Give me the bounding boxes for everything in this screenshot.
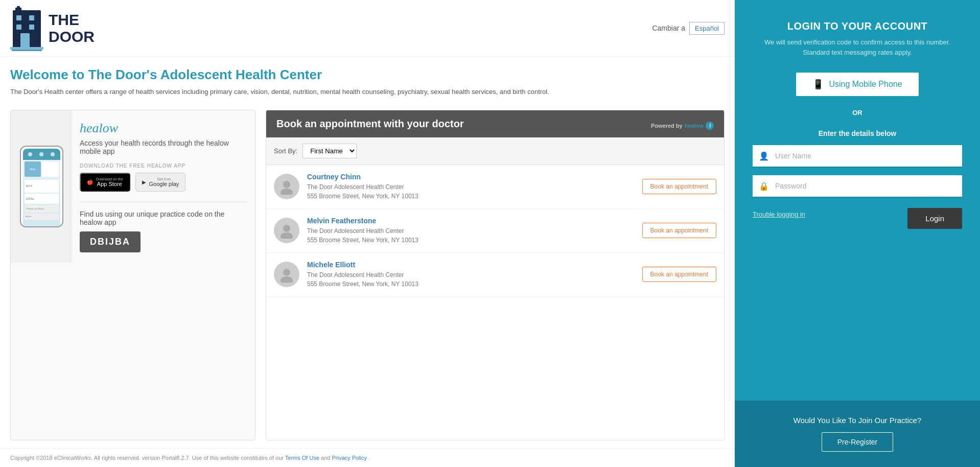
svg-point-15: [281, 276, 293, 283]
phone-mockup: Vitals 107 F 123 lbs 76 Beats per Minute…: [20, 146, 63, 227]
doctor-info: Courtney Chinn The Door Adolescent Healt…: [307, 173, 635, 201]
doctor-name: Courtney Chinn: [307, 173, 635, 181]
lock-icon: 🔒: [753, 181, 775, 191]
app-store-button[interactable]: 🍎 Download on the App Store: [80, 173, 130, 192]
app-buttons: 🍎 Download on the App Store ▶ Get it on: [80, 173, 247, 192]
svg-rect-6: [16, 25, 21, 30]
svg-point-14: [283, 269, 290, 276]
login-section: LOGIN TO YOUR ACCOUNT We will send verif…: [735, 0, 980, 401]
svg-rect-9: [12, 50, 42, 51]
login-button[interactable]: Login: [907, 208, 962, 229]
healow-tagline: Access your health records through the h…: [80, 139, 247, 155]
practice-section: Find us using our unique practice code o…: [80, 202, 247, 252]
practice-label: Find us using our unique practice code o…: [80, 210, 247, 226]
enter-details-label: Enter the details below: [819, 129, 896, 137]
svg-rect-8: [10, 47, 43, 50]
login-form: 👤 🔒 Trouble logging in Login: [753, 145, 962, 229]
mobile-phone-icon: 📱: [812, 79, 824, 90]
appointments-title: Book an appointment with your doctor: [276, 118, 464, 130]
footer-and: and: [321, 455, 330, 461]
trouble-logging-link[interactable]: Trouble logging in: [753, 211, 805, 218]
book-appointment-button[interactable]: Book an appointment: [642, 179, 716, 194]
content-area: Vitals 107 F 123 lbs 76 Beats per Minute…: [0, 102, 735, 449]
welcome-title: Welcome to The Door's Adolescent Health …: [10, 67, 725, 83]
user-icon: 👤: [753, 151, 775, 161]
footer-period: .: [368, 455, 370, 461]
login-action-row: Trouble logging in Login: [753, 208, 962, 229]
logo-text: THE DOOR: [49, 11, 95, 45]
apple-icon: 🍎: [87, 179, 93, 185]
phone-image: Vitals 107 F 123 lbs 76 Beats per Minute…: [11, 110, 72, 263]
appointments-card: Book an appointment with your doctor Pow…: [266, 110, 725, 441]
logo-area: THE DOOR: [10, 5, 95, 51]
doctor-list: Courtney Chinn The Door Adolescent Healt…: [266, 165, 724, 297]
svg-point-12: [283, 225, 290, 232]
svg-point-11: [281, 189, 293, 195]
doctor-info: Michele Elliott The Door Adolescent Heal…: [307, 261, 635, 289]
sort-select[interactable]: First Name Last Name Specialty: [302, 144, 357, 158]
doctor-location: The Door Adolescent Health Center555 Bro…: [307, 182, 635, 201]
svg-rect-3: [20, 33, 30, 49]
healow-icon: ℹ: [706, 122, 714, 130]
svg-point-10: [283, 181, 290, 188]
lang-switcher: Cambiar a Español: [652, 22, 725, 35]
login-title: LOGIN TO YOUR ACCOUNT: [787, 20, 928, 32]
terms-link[interactable]: Terms Of Use: [285, 455, 319, 461]
lang-switch-label: Cambiar a: [652, 24, 685, 32]
password-input[interactable]: [775, 175, 962, 197]
doctor-location: The Door Adolescent Health Center555 Bro…: [307, 270, 635, 289]
healow-logo: healow: [80, 121, 247, 136]
site-header: THE DOOR Cambiar a Español: [0, 0, 735, 57]
table-row: Michele Elliott The Door Adolescent Heal…: [266, 253, 724, 297]
username-input-group: 👤: [753, 145, 962, 168]
right-panel: LOGIN TO YOUR ACCOUNT We will send verif…: [735, 0, 980, 467]
pre-register-section: Would You Like To Join Our Practice? Pre…: [735, 401, 980, 467]
healow-info: healow Access your health records throug…: [72, 110, 255, 263]
logo-icon: [10, 5, 43, 51]
book-appointment-button[interactable]: Book an appointment: [642, 223, 716, 238]
footer-text: Copyright ©2018 eClinicalWorks. All righ…: [10, 455, 284, 461]
lang-button[interactable]: Español: [689, 22, 725, 35]
doctor-avatar: [274, 262, 299, 287]
doctor-name: Melvin Featherstone: [307, 217, 635, 225]
powered-by: Powered by healow ℹ: [651, 122, 714, 130]
or-divider: OR: [852, 109, 862, 116]
powered-by-text: Powered by: [651, 123, 683, 129]
svg-point-13: [281, 232, 293, 239]
svg-rect-5: [29, 15, 34, 20]
table-row: Courtney Chinn The Door Adolescent Healt…: [266, 165, 724, 209]
pre-register-label: Would You Like To Join Our Practice?: [794, 416, 921, 425]
practice-code: DBIJBA: [80, 231, 141, 252]
healow-card: Vitals 107 F 123 lbs 76 Beats per Minute…: [10, 110, 255, 441]
footer: Copyright ©2018 eClinicalWorks. All righ…: [0, 448, 735, 467]
privacy-link[interactable]: Privacy Policy: [332, 455, 367, 461]
svg-rect-4: [16, 15, 21, 20]
welcome-section: Welcome to The Door's Adolescent Health …: [0, 57, 735, 102]
mobile-phone-label: Using Mobile Phone: [829, 80, 902, 89]
book-appointment-button[interactable]: Book an appointment: [642, 267, 716, 282]
download-label: DOWNLOAD THE FREE HEALOW APP: [80, 163, 247, 169]
google-play-button[interactable]: ▶ Get it on Google play: [135, 173, 186, 192]
table-row: Melvin Featherstone The Door Adolescent …: [266, 209, 724, 253]
doctor-location: The Door Adolescent Health Center555 Bro…: [307, 226, 635, 245]
doctor-avatar: [274, 218, 299, 243]
login-subtitle: We will send verification code to confir…: [753, 37, 962, 57]
mobile-phone-button[interactable]: 📱 Using Mobile Phone: [796, 73, 919, 96]
appointments-header: Book an appointment with your doctor Pow…: [266, 110, 724, 137]
sort-label: Sort By:: [274, 147, 297, 155]
doctor-name: Michele Elliott: [307, 261, 635, 269]
svg-rect-7: [29, 25, 34, 30]
username-input[interactable]: [775, 145, 962, 167]
doctor-info: Melvin Featherstone The Door Adolescent …: [307, 217, 635, 245]
pre-register-button[interactable]: Pre-Register: [822, 432, 894, 452]
svg-rect-2: [17, 6, 20, 10]
google-play-icon: ▶: [142, 179, 146, 185]
healow-brand: healow: [685, 123, 704, 129]
welcome-description: The Door's Health center offers a range …: [10, 87, 725, 97]
password-input-group: 🔒: [753, 175, 962, 198]
doctor-avatar: [274, 174, 299, 199]
sort-section: Sort By: First Name Last Name Specialty: [266, 137, 724, 165]
